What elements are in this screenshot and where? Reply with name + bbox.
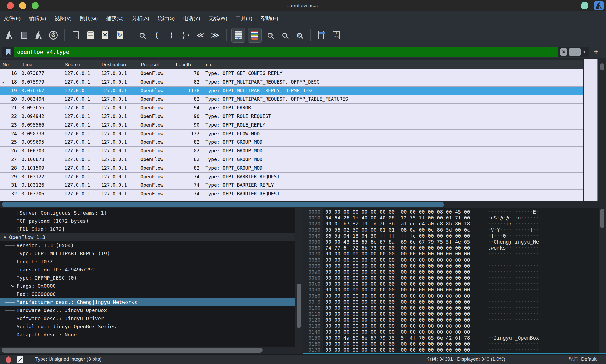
packet-row[interactable]: 200.083494127.0.0.1127.0.0.1OpenFlow82Ty… <box>0 95 583 104</box>
detail-hscroll-track[interactable] <box>0 347 295 353</box>
display-filter-input[interactable]: openflow_v4.type <box>14 47 558 57</box>
menu-item-v[interactable]: 视图(V) <box>55 15 72 22</box>
go-back-button[interactable]: ⟨ <box>150 28 163 42</box>
detail-item[interactable]: Serial no.: Jingyu OpenBox Series <box>0 323 295 331</box>
packet-list-vscroll-thumb[interactable] <box>600 63 604 70</box>
hex-row[interactable]: 010000 00 00 00 00 00 00 00 00 00 00 00 … <box>303 305 599 311</box>
column-header-protocol[interactable]: Protocol <box>138 60 173 69</box>
detail-item[interactable]: Transaction ID: 4294967292 <box>0 266 295 274</box>
auto-scroll-button[interactable] <box>231 28 245 43</box>
detail-item[interactable]: Datapath desc.: None <box>0 331 295 339</box>
hex-row[interactable]: 009000 00 00 00 00 00 00 00 00 00 00 00 … <box>303 263 599 269</box>
hex-row[interactable]: 00f000 00 00 00 00 00 00 00 00 00 00 00 … <box>303 299 599 305</box>
chevron-down-icon[interactable]: > <box>1 235 9 240</box>
detail-item[interactable]: Manufacturer desc.: Chengjingyu_Networks <box>0 298 295 306</box>
stop-capture-button[interactable] <box>18 28 30 42</box>
expert-info-icon[interactable] <box>6 356 11 363</box>
zoom-in-button[interactable] <box>264 28 276 42</box>
column-header-length[interactable]: Length <box>173 60 202 69</box>
menu-item-a[interactable]: 分析(A) <box>132 15 149 22</box>
detail-item[interactable]: Version: 1.3 (0x04) <box>0 241 295 250</box>
chevron-right-icon[interactable]: > <box>10 282 15 290</box>
bookmark-icon[interactable] <box>2 47 14 57</box>
menu-item-t[interactable]: 工具(T) <box>235 15 252 22</box>
hex-row[interactable]: 007000 00 00 00 00 00 00 00 00 00 00 00 … <box>303 251 599 257</box>
menu-item-g[interactable]: 跳转(G) <box>80 15 98 22</box>
detail-item[interactable]: TCP payload (1072 bytes) <box>0 217 295 225</box>
capture-comment-icon[interactable] <box>17 356 23 363</box>
packet-row[interactable]: 270.100878127.0.0.1127.0.0.1OpenFlow82Ty… <box>0 155 583 164</box>
hex-row[interactable]: 00d000 00 00 00 00 00 00 00 00 00 00 00 … <box>303 287 599 293</box>
column-header-source[interactable]: Source <box>62 60 99 69</box>
packet-list-hscroll-thumb[interactable] <box>2 202 444 207</box>
hex-row[interactable]: 012000 00 00 00 00 00 00 00 00 00 00 00 … <box>303 317 599 323</box>
menu-item-s[interactable]: 统计(S) <box>158 15 175 22</box>
menu-item-y[interactable]: 电话(Y) <box>183 15 200 22</box>
packet-row[interactable]: 190.076367127.0.0.1127.0.0.1OpenFlow1138… <box>0 87 583 95</box>
clear-filter-icon[interactable]: × <box>560 48 567 56</box>
packet-row[interactable]: 320.103206127.0.0.1127.0.0.1OpenFlow74Ty… <box>0 190 583 198</box>
number-columns-button[interactable] <box>330 28 343 42</box>
colorize-packets-button[interactable] <box>248 28 262 43</box>
packet-minimap-scrollbar[interactable] <box>584 59 598 201</box>
hex-row[interactable]: 001004 64 26 1d 40 00 40 06 12 75 7f 00 … <box>303 215 599 221</box>
packet-row[interactable]: 290.102122127.0.0.1127.0.0.1OpenFlow74Ty… <box>0 173 583 181</box>
hex-row[interactable]: 013000 00 00 00 00 00 00 00 00 00 00 00 … <box>303 323 599 329</box>
packet-row[interactable]: 230.095566127.0.0.1127.0.0.1OpenFlow90Ty… <box>0 121 583 130</box>
hex-row[interactable]: 003005 56 02 59 00 00 01 01 08 0a 00 0c … <box>303 227 599 233</box>
detail-item[interactable]: Type: OFPT_MULTIPART_REPLY (19) <box>0 250 295 258</box>
hex-row[interactable]: 002000 01 b7 82 19 fd 2b 3b a1 ce d4 a0 … <box>303 221 599 227</box>
packet-row[interactable]: 250.099695127.0.0.1127.0.0.1OpenFlow82Ty… <box>0 138 583 147</box>
go-forward-button[interactable]: ⟩ <box>165 28 178 42</box>
go-first-button[interactable]: ≪ <box>194 28 207 42</box>
hex-row[interactable]: 016000 00 00 00 00 00 00 00 00 00 00 00 … <box>303 341 599 347</box>
hex-vscroll-thumb[interactable] <box>600 209 604 228</box>
packet-row[interactable]: ✓180.075979127.0.0.1127.0.0.1OpenFlow82T… <box>0 78 583 87</box>
apply-filter-icon[interactable]: → <box>569 48 581 56</box>
detail-item[interactable]: >Flags: 0x0000 <box>0 282 295 290</box>
detail-item[interactable]: Type: OFPMP_DESC (0) <box>0 274 295 282</box>
hex-row[interactable]: 008000 00 00 00 00 00 00 00 00 00 00 00 … <box>303 257 599 263</box>
detail-item[interactable]: >OpenFlow 1.3 <box>0 233 295 241</box>
hex-row[interactable]: 000000 00 00 00 00 00 00 00 00 00 00 00 … <box>303 209 599 215</box>
hex-row[interactable]: 004086 5d 04 13 04 30 ff ff ff fc 00 00 … <box>303 233 599 239</box>
menu-item-w[interactable]: 无线(W) <box>209 15 227 22</box>
packet-row[interactable]: 220.094942127.0.0.1127.0.0.1OpenFlow90Ty… <box>0 112 583 121</box>
hex-row[interactable]: 00b000 00 00 00 00 00 00 00 00 00 00 00 … <box>303 275 599 281</box>
detail-item[interactable]: Pad: 00000000 <box>0 290 295 298</box>
hex-row[interactable]: 00c000 00 00 00 00 00 00 00 00 00 00 00 … <box>303 281 599 287</box>
close-file-button[interactable] <box>99 28 111 42</box>
zoom-reset-button[interactable] <box>293 28 306 42</box>
find-packet-button[interactable] <box>136 28 148 42</box>
menu-item-c[interactable]: 捕获(C) <box>106 15 123 22</box>
detail-vscroll-thumb[interactable] <box>297 284 301 328</box>
capture-options-button[interactable] <box>47 28 60 42</box>
menu-item-h[interactable]: 帮助(H) <box>261 15 278 22</box>
packet-row[interactable]: 160.073877127.0.0.1127.0.0.1OpenFlow78Ty… <box>0 69 583 78</box>
detail-hscroll-thumb[interactable] <box>2 348 263 353</box>
packet-row[interactable]: 240.098738127.0.0.1127.0.0.1OpenFlow122T… <box>0 130 583 138</box>
go-to-packet-button[interactable]: ⟩· <box>180 28 192 42</box>
column-header-time[interactable]: Time <box>19 60 62 69</box>
save-file-button[interactable] <box>84 28 97 42</box>
detail-item[interactable]: Hardware desc.: Jingyu_OpenBox <box>0 306 295 314</box>
packet-row[interactable]: 210.092656127.0.0.1127.0.0.1OpenFlow94Ty… <box>0 104 583 112</box>
packet-row[interactable]: 310.103126127.0.0.1127.0.0.1OpenFlow74Ty… <box>0 181 583 190</box>
detail-item[interactable]: [PDU Size: 1072] <box>0 225 295 233</box>
hex-row[interactable]: 00a000 00 00 00 00 00 00 00 00 00 00 00 … <box>303 269 599 275</box>
hex-row[interactable]: 005000 00 43 68 65 6e 67 6a 69 6e 67 79 … <box>303 239 599 245</box>
go-last-button[interactable]: ≫ <box>209 28 221 42</box>
packet-row[interactable]: 280.101509127.0.0.1127.0.0.1OpenFlow82Ty… <box>0 164 583 173</box>
filter-dropdown-icon[interactable]: ▼ <box>582 50 587 54</box>
hex-row[interactable]: 014000 00 00 00 00 00 00 00 00 00 00 00 … <box>303 329 599 335</box>
detail-vscroll-track[interactable] <box>295 208 303 353</box>
open-file-button[interactable] <box>70 28 82 42</box>
add-filter-icon[interactable]: + <box>592 48 600 56</box>
hex-row[interactable]: 015000 00 4a 69 6e 67 79 75 5f 4f 70 65 … <box>303 335 599 341</box>
restart-capture-button[interactable] <box>32 28 45 42</box>
reload-file-button[interactable] <box>113 28 126 42</box>
hex-row[interactable]: 00e000 00 00 00 00 00 00 00 00 00 00 00 … <box>303 293 599 299</box>
start-capture-button[interactable] <box>3 28 16 42</box>
hex-row[interactable]: 006074 77 6f 72 6b 73 00 00 00 00 00 00 … <box>303 245 599 251</box>
zoom-out-button[interactable] <box>279 28 291 42</box>
